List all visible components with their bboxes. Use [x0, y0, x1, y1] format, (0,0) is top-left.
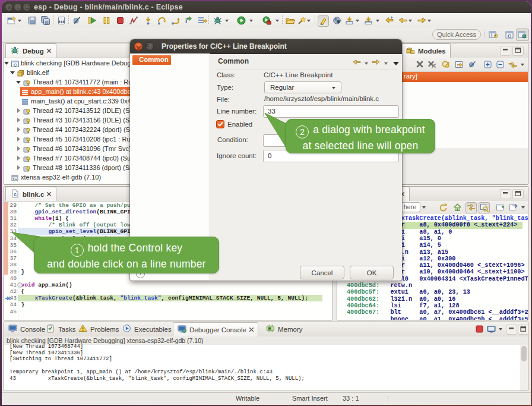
- highlight-tool-icon[interactable]: [318, 15, 329, 27]
- tab-debugger-console[interactable]: Debugger Console: [173, 322, 258, 336]
- minimize-button[interactable]: [500, 46, 511, 56]
- disasm-instruction-line[interactable]: 400dbc5f: extui a6, a0, 23, 13: [347, 289, 470, 295]
- new-view-icon[interactable]: [495, 202, 505, 212]
- line-number[interactable]: 38: [4, 262, 17, 268]
- tab-memory[interactable]: Memory: [262, 322, 306, 336]
- disasm-instruction-line[interactable]: bnone a0, a1, 0x400dbc9b <__adddf3+52>: [347, 316, 528, 321]
- dropdown-caret-icon[interactable]: [307, 20, 311, 22]
- terminate-button[interactable]: [474, 324, 484, 334]
- display-console-button[interactable]: [486, 324, 496, 334]
- quick-access-button[interactable]: Quick Access: [432, 29, 481, 40]
- console-output[interactable]: [New Thread 1073408744][New Thread 10734…: [4, 345, 520, 391]
- step-over-icon[interactable]: [157, 15, 167, 26]
- expand-all-icon[interactable]: [483, 59, 492, 70]
- window-titlebar[interactable]: ✕ – □ esp - Debug - blink/main/blink.c -…: [2, 1, 531, 14]
- open-folder-icon[interactable]: [285, 15, 295, 26]
- tree-expand-icon[interactable]: [16, 146, 21, 152]
- tab-executables[interactable]: Executables: [118, 322, 175, 336]
- step-filters-icon[interactable]: [197, 15, 207, 26]
- type-select[interactable]: Regular: [264, 81, 341, 93]
- back-arrow-icon[interactable]: [352, 58, 362, 69]
- line-number[interactable]: 45: [4, 309, 17, 315]
- instruction-step-icon[interactable]: i: [184, 15, 194, 26]
- disasm-instruction-line[interactable]: 400dbc67: blt a0, a7, 0x400dbc81 <__addd…: [347, 309, 528, 316]
- view-menu-icon[interactable]: [393, 62, 399, 65]
- tree-expand-icon[interactable]: [16, 80, 21, 85]
- external-tools-icon[interactable]: [262, 15, 272, 26]
- tree-expand-icon[interactable]: [16, 137, 21, 142]
- line-number[interactable]: 32: [4, 222, 17, 228]
- ok-button[interactable]: OK: [350, 266, 394, 279]
- line-number[interactable]: 31: [4, 215, 17, 222]
- suspend-icon[interactable]: [102, 15, 112, 26]
- maximize-button[interactable]: [512, 46, 524, 56]
- line-number[interactable]: 41: [4, 282, 17, 288]
- tree-expand-icon[interactable]: [16, 156, 21, 161]
- load-symbols-icon[interactable]: [441, 59, 451, 70]
- window-minimize-button[interactable]: –: [14, 3, 22, 11]
- link-with-debug-icon[interactable]: [508, 59, 517, 70]
- tree-expand-icon[interactable]: [10, 70, 15, 75]
- cpp-perspective-icon[interactable]: C: [505, 30, 515, 40]
- window-close-button[interactable]: ✕: [5, 3, 13, 11]
- open-perspective-icon[interactable]: [488, 30, 498, 40]
- resume-icon[interactable]: [87, 15, 97, 26]
- dropdown-caret-icon[interactable]: [408, 20, 412, 22]
- line-number[interactable]: 39: [4, 269, 17, 275]
- minimize-button[interactable]: [500, 189, 511, 199]
- disconnect-icon[interactable]: [129, 15, 139, 26]
- nav-forward-icon[interactable]: [417, 15, 427, 26]
- remove-icon[interactable]: [415, 59, 425, 70]
- dropdown-caret-icon[interactable]: [18, 20, 21, 22]
- line-number[interactable]: 29: [4, 202, 17, 209]
- maximize-button[interactable]: [512, 189, 524, 199]
- code-line[interactable]: xTaskCreate(&blink_task, "blink_task", c…: [21, 295, 309, 301]
- last-edit-location-icon[interactable]: [384, 15, 394, 26]
- new-wizard-icon[interactable]: [7, 15, 17, 26]
- disasm-instruction-line[interactable]: 400dbc64: lsi f7, a1, 128: [347, 303, 460, 309]
- step-into-icon[interactable]: [143, 15, 153, 26]
- modules-selected-row[interactable]: rary]: [400, 72, 528, 82]
- tree-expand-icon[interactable]: [16, 108, 21, 114]
- tree-expand-icon[interactable]: [4, 61, 10, 66]
- tab-close-icon[interactable]: [249, 327, 254, 332]
- binary-file-icon[interactable]: 010: [56, 15, 66, 26]
- view-menu-icon[interactable]: [521, 206, 525, 209]
- code-line[interactable]: /* Blink off (output low) */: [21, 222, 144, 228]
- flash-wand-icon[interactable]: [297, 15, 307, 26]
- refresh-icon[interactable]: [438, 202, 448, 212]
- collapse-all-icon[interactable]: [495, 59, 505, 70]
- step-return-icon[interactable]: [170, 15, 180, 26]
- enabled-checkbox[interactable]: [216, 120, 224, 128]
- disasm-instruction-line[interactable]: 400dbc5d: retw.n: [347, 282, 419, 289]
- tab-problems[interactable]: Problems: [74, 322, 123, 336]
- terminate-icon[interactable]: [115, 15, 125, 26]
- export-view-icon[interactable]: [508, 202, 518, 212]
- tab-debug[interactable]: Debug: [5, 43, 56, 58]
- dropdown-caret-icon[interactable]: [376, 20, 379, 22]
- forward-arrow-icon[interactable]: [371, 58, 381, 69]
- back-dropdown-icon[interactable]: [365, 62, 368, 65]
- location-dropdown-icon[interactable]: [422, 206, 426, 209]
- code-line[interactable]: }: [21, 301, 25, 308]
- scrollbar-thumb[interactable]: [521, 346, 527, 361]
- console-dropdown-icon[interactable]: [499, 328, 502, 331]
- skip-breakpoints-icon[interactable]: [72, 15, 82, 26]
- download-1-icon[interactable]: [344, 15, 354, 26]
- no-symbols-icon[interactable]: [467, 59, 477, 70]
- tree-expand-icon[interactable]: [16, 165, 21, 171]
- tab-close-icon[interactable]: [46, 48, 52, 53]
- sync-arrows-icon[interactable]: [466, 202, 477, 213]
- code-line[interactable]: }: [21, 269, 25, 275]
- home-icon[interactable]: [452, 202, 463, 212]
- debug-perspective-button[interactable]: [516, 29, 529, 41]
- code-line[interactable]: while(1) {: [21, 215, 69, 222]
- tab-modules[interactable]: Modules: [401, 43, 451, 58]
- console-scrollbar[interactable]: [520, 345, 528, 391]
- forward-dropdown-icon[interactable]: [384, 62, 388, 65]
- dropdown-caret-icon[interactable]: [356, 20, 359, 22]
- save-all-icon[interactable]: [40, 15, 50, 26]
- tree-expand-icon[interactable]: [16, 118, 21, 123]
- remove-all-icon[interactable]: [427, 59, 436, 70]
- magnify-box-icon[interactable]: [479, 202, 490, 213]
